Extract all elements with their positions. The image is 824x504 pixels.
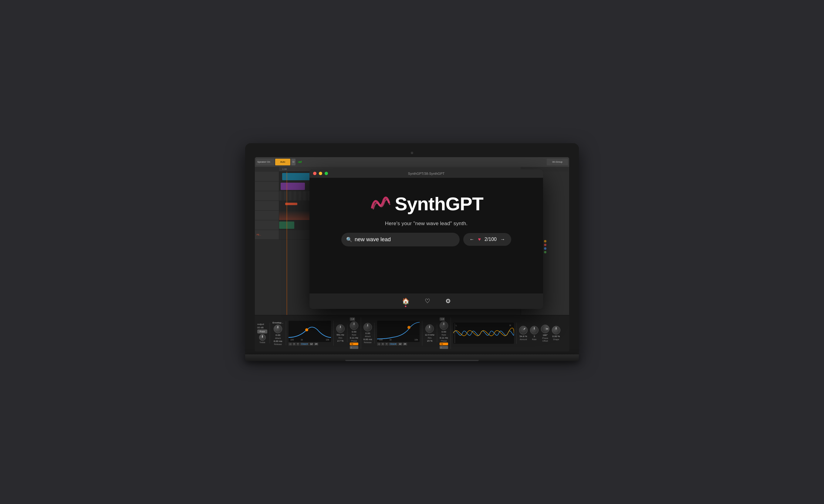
res-sub-1: 2.7 % bbox=[337, 339, 343, 342]
eq-btn-5[interactable]: 12 bbox=[309, 342, 314, 345]
res-2-section: 12.5 kHz Res 15 % bbox=[425, 324, 434, 342]
svg-point-1 bbox=[407, 326, 410, 329]
speaker-control[interactable]: Speaker On bbox=[256, 159, 274, 165]
db-label: 00 dB bbox=[257, 326, 267, 329]
prev-button[interactable]: ← bbox=[469, 237, 474, 242]
res-value-1: 551 Hz bbox=[336, 333, 344, 336]
plugin-title: SynthGPT bbox=[395, 193, 483, 214]
eq2-btn-5[interactable]: 12 bbox=[398, 342, 402, 345]
attack-2-section: 0.00 Attack 6.00 ms Release bbox=[364, 323, 372, 343]
daw-clip bbox=[285, 203, 297, 205]
eq-display-2: 100 1k 10k ◁ X Y Clean▾ 12 24 bbox=[377, 321, 422, 345]
window-title: SynthGPT/38-SynthGPT bbox=[408, 172, 444, 175]
shape-section: 0.00 % Shape bbox=[552, 326, 560, 340]
phase-sublabel: Offset bbox=[542, 340, 548, 342]
settings-nav-button[interactable]: ⚙ bbox=[445, 297, 451, 305]
shape-knob[interactable] bbox=[552, 326, 560, 334]
res-sub-2: 15 % bbox=[427, 339, 432, 342]
res-knob-1[interactable] bbox=[336, 324, 345, 333]
eq-btn-2[interactable]: X bbox=[293, 342, 296, 345]
laptop-base bbox=[245, 355, 579, 361]
osc-svg: L R bbox=[453, 322, 514, 344]
nav-count: 2/100 bbox=[485, 237, 497, 242]
phase-knob[interactable] bbox=[541, 325, 549, 333]
eq2-btn-2[interactable]: X bbox=[381, 342, 384, 345]
minimize-button[interactable] bbox=[319, 172, 322, 175]
attack-knob-2[interactable] bbox=[364, 323, 372, 331]
amount-knob[interactable] bbox=[517, 324, 529, 336]
envelope-section-2: 0.00 Attack 6.00 ms Release bbox=[364, 323, 375, 343]
off-toggle[interactable]: O bbox=[291, 159, 296, 165]
attack-knob-1[interactable] bbox=[274, 325, 282, 333]
eq-btn-4[interactable]: Clean▾ bbox=[300, 342, 309, 345]
eq-display-1: 100 1k 10k ◁ X Y Clean▾ 12 24 bbox=[289, 321, 334, 345]
eq-graph-1: 100 1k 10k bbox=[289, 321, 331, 342]
shape-label: Shape bbox=[553, 338, 559, 340]
close-button[interactable] bbox=[313, 172, 316, 175]
eq-btn-6[interactable]: 24 bbox=[314, 342, 318, 345]
webcam bbox=[411, 152, 413, 154]
lfo-section-1: ∿▾ 0.00 Rate 0.11 Hz Phase Hz ♩ bbox=[350, 317, 361, 349]
fuzz-button[interactable]: Fuzz bbox=[257, 329, 267, 333]
rate-final-knob[interactable] bbox=[530, 326, 538, 334]
eq2-btn-4[interactable]: Clean▾ bbox=[389, 342, 397, 345]
rate-knob-2[interactable] bbox=[440, 321, 448, 330]
eq-graph-2: 100 1k 10k bbox=[377, 321, 420, 342]
rate-sub-1: 0.11 Hz bbox=[350, 336, 358, 339]
eq-btn-3[interactable]: Y bbox=[296, 342, 300, 345]
res-label-2: Res bbox=[428, 337, 431, 339]
daw-topbar: Speaker On Auto O -Inf 30-Group bbox=[255, 157, 569, 167]
eq-svg-1 bbox=[289, 321, 331, 342]
lfo-shape-btn-2[interactable]: ∿▾ bbox=[440, 317, 445, 321]
rate-label-1: Rate bbox=[352, 334, 356, 336]
heart-icon: ♥ bbox=[478, 237, 481, 242]
group-control[interactable]: 30-Group bbox=[547, 159, 568, 165]
maximize-button[interactable] bbox=[325, 172, 328, 175]
rate-final-section: 3 Rate bbox=[530, 326, 538, 340]
eq-svg-2 bbox=[377, 321, 420, 342]
screen-bezel: Speaker On Auto O -Inf 30-Group 1:00 bbox=[245, 143, 579, 355]
ruler-marker: 1:00 bbox=[282, 168, 287, 171]
plugin-main-content: SynthGPT Here's your "new wave lead" syn… bbox=[309, 178, 543, 293]
rate-knob-1[interactable] bbox=[350, 321, 358, 330]
sync-btn-1[interactable]: ♩ bbox=[350, 346, 358, 349]
treble-knob[interactable] bbox=[259, 334, 266, 341]
output-label: output bbox=[257, 323, 267, 326]
res-knob-2[interactable] bbox=[425, 324, 434, 333]
lfo-shape-btn-1[interactable]: ∿▾ bbox=[350, 317, 355, 321]
track-label-2 bbox=[255, 182, 279, 191]
search-input[interactable] bbox=[341, 233, 459, 246]
hz-badge-2: Hz bbox=[440, 342, 448, 345]
eq2-btn-1[interactable]: ◁ bbox=[377, 342, 381, 345]
envelope-label-1: Envelop... bbox=[273, 321, 283, 324]
lfo-type-2: ∿▾ bbox=[440, 317, 448, 321]
next-button[interactable]: → bbox=[500, 237, 505, 242]
playhead bbox=[287, 172, 287, 315]
inf-indicator: -Inf bbox=[296, 161, 302, 164]
plugin-subtitle: Here's your "new wave lead" synth. bbox=[385, 221, 468, 227]
home-nav-button[interactable]: 🏠 bbox=[402, 297, 410, 305]
rate-final-label: Rate bbox=[532, 338, 537, 340]
release-value-1: 6.00 ms bbox=[274, 340, 282, 342]
favorites-nav-button[interactable]: ♡ bbox=[425, 297, 430, 305]
amount-value: 54.8 % bbox=[520, 335, 527, 338]
eq2-btn-6[interactable]: 24 bbox=[403, 342, 407, 345]
envelope-section-1: Envelop... 0.00 Attack 6.00 ms Release bbox=[273, 321, 286, 345]
filter-section-2: 12.5 kHz Res 15 % bbox=[425, 324, 437, 342]
laptop-screen: Speaker On Auto O -Inf 30-Group 1:00 bbox=[255, 157, 569, 351]
plugin-search-row: 🔍 ← ♥ 2/100 → bbox=[341, 233, 511, 246]
eq-btn-1[interactable]: ◁ bbox=[289, 342, 292, 345]
dot-n bbox=[544, 247, 546, 250]
attack-value-2: 0.00 bbox=[365, 332, 370, 335]
auto-control[interactable]: Auto bbox=[275, 159, 290, 165]
track-label-7: FE... bbox=[255, 230, 279, 239]
eq2-btn-3[interactable]: Y bbox=[385, 342, 388, 345]
svg-text:R: R bbox=[509, 324, 511, 327]
sync-btn-2[interactable]: ♩ bbox=[440, 346, 448, 349]
rate-final-value: 3 bbox=[534, 335, 535, 338]
rate-1-section: 0.00 Rate 0.11 Hz Phase bbox=[350, 321, 358, 342]
rate-value-1: 0.00 bbox=[351, 330, 356, 333]
release-label-1: Release bbox=[274, 343, 282, 345]
svg-text:L: L bbox=[456, 324, 457, 327]
phase-label: Phase bbox=[542, 337, 548, 339]
